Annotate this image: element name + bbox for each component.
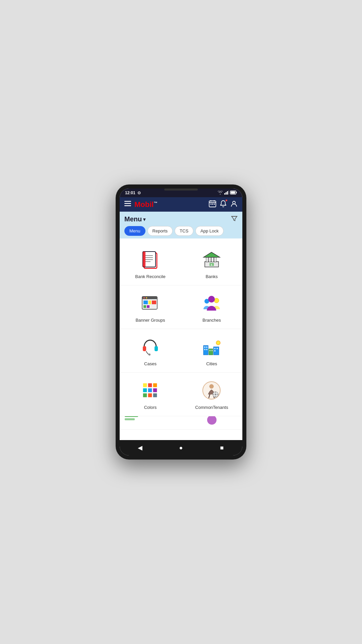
label-common-tenants: CommonTenants: [195, 405, 228, 410]
svg-rect-55: [212, 350, 213, 351]
label-banks: Banks: [205, 274, 218, 279]
svg-rect-24: [143, 252, 145, 267]
svg-rect-2: [227, 191, 228, 195]
user-icon[interactable]: [230, 200, 238, 209]
tab-applock[interactable]: App Lock: [195, 226, 224, 236]
app-title-rest: obil: [140, 200, 154, 209]
svg-rect-66: [153, 388, 157, 392]
phone-screen: 12:01 ⊙: [120, 189, 242, 455]
svg-rect-49: [204, 346, 205, 348]
svg-rect-51: [204, 349, 205, 350]
status-time: 12:01: [125, 191, 135, 195]
phone-frame: 12:01 ⊙: [116, 184, 246, 460]
svg-rect-40: [143, 305, 146, 308]
svg-rect-15: [212, 204, 213, 205]
bank-reconcile-icon: [139, 248, 162, 271]
svg-rect-28: [212, 257, 214, 262]
battery-icon: [230, 191, 237, 195]
svg-rect-14: [210, 204, 212, 205]
svg-rect-52: [206, 349, 207, 350]
label-colors: Colors: [144, 405, 157, 410]
svg-point-35: [143, 297, 145, 299]
svg-rect-8: [124, 203, 131, 204]
menu-item-partial1[interactable]: [120, 416, 181, 430]
label-banner-groups: Banner Groups: [135, 318, 165, 323]
svg-point-43: [214, 298, 219, 303]
svg-rect-57: [214, 348, 216, 349]
menu-item-cases[interactable]: Cases: [120, 329, 181, 373]
svg-point-60: [216, 341, 220, 345]
svg-rect-41: [147, 305, 149, 308]
recent-button[interactable]: ■: [217, 443, 227, 453]
colors-icon: [139, 379, 162, 402]
svg-point-44: [208, 296, 215, 303]
svg-rect-61: [143, 383, 147, 387]
svg-rect-46: [155, 346, 158, 351]
svg-rect-64: [143, 388, 147, 392]
menu-grid: Bank Reconcile: [120, 242, 242, 430]
banks-icon: $: [200, 248, 224, 271]
menu-item-partial2[interactable]: [181, 416, 242, 430]
app-title-m: M: [134, 200, 140, 209]
back-button[interactable]: ◀: [135, 443, 145, 453]
home-button[interactable]: ●: [176, 443, 186, 453]
cases-icon: [139, 335, 162, 359]
notification-icon[interactable]: [220, 200, 227, 209]
svg-rect-0: [224, 193, 225, 195]
svg-point-36: [146, 297, 147, 299]
svg-rect-53: [209, 349, 213, 355]
calendar-icon[interactable]: [209, 200, 216, 209]
svg-rect-7: [124, 201, 131, 202]
filter-icon[interactable]: [231, 215, 238, 223]
menu-item-bank-reconcile[interactable]: Bank Reconcile: [120, 242, 181, 285]
svg-rect-81: [217, 394, 219, 395]
top-nav: Mobil™: [120, 197, 242, 212]
menu-item-banner-groups[interactable]: Banner Groups: [120, 285, 181, 329]
tab-menu[interactable]: Menu: [124, 226, 145, 236]
menu-item-cities[interactable]: Cities: [181, 329, 242, 373]
svg-rect-83: [125, 418, 135, 420]
label-cities: Cities: [206, 361, 217, 366]
menu-item-branches[interactable]: Branches: [181, 285, 242, 329]
svg-rect-29: [214, 257, 216, 262]
svg-rect-82: [125, 416, 138, 417]
hamburger-icon[interactable]: [124, 201, 131, 208]
menu-item-colors[interactable]: Colors: [120, 373, 181, 416]
menu-chevron[interactable]: ▾: [143, 217, 145, 222]
tab-reports[interactable]: Reports: [147, 226, 173, 236]
svg-point-17: [233, 201, 235, 204]
svg-text:$: $: [211, 263, 213, 266]
menu-item-banks[interactable]: $ Banks: [181, 242, 242, 285]
svg-rect-39: [152, 301, 156, 304]
svg-rect-50: [206, 346, 207, 348]
svg-point-72: [209, 384, 214, 388]
label-bank-reconcile: Bank Reconcile: [135, 274, 165, 279]
menu-header: Menu ▾ Menu Reports TCS App Lock: [120, 212, 242, 238]
svg-rect-68: [148, 393, 152, 397]
banner-groups-icon: [139, 291, 162, 315]
svg-rect-9: [124, 205, 131, 206]
menu-item-common-tenants[interactable]: CommonTenants: [181, 373, 242, 416]
svg-point-77: [215, 394, 216, 395]
svg-rect-58: [217, 348, 218, 349]
svg-rect-54: [209, 350, 210, 351]
cities-icon: [200, 335, 224, 359]
menu-title: Menu ▾: [124, 215, 145, 223]
svg-rect-63: [153, 383, 157, 387]
app-title: Mobil™: [134, 200, 205, 209]
svg-rect-62: [148, 383, 152, 387]
svg-rect-45: [143, 346, 146, 351]
phone-notch: [164, 189, 198, 191]
bottom-nav: ◀ ● ■: [120, 440, 242, 455]
svg-rect-80: [213, 394, 214, 395]
grid-content: Bank Reconcile: [120, 238, 242, 440]
wifi-icon: [218, 191, 223, 195]
svg-rect-26: [206, 257, 208, 262]
svg-rect-1: [226, 192, 227, 195]
notification-dot: [225, 199, 228, 202]
app-trademark: ™: [154, 201, 157, 205]
nav-icons: [209, 200, 238, 209]
common-tenants-icon: [200, 379, 224, 402]
tab-tcs[interactable]: TCS: [175, 226, 193, 236]
svg-rect-37: [143, 301, 148, 304]
